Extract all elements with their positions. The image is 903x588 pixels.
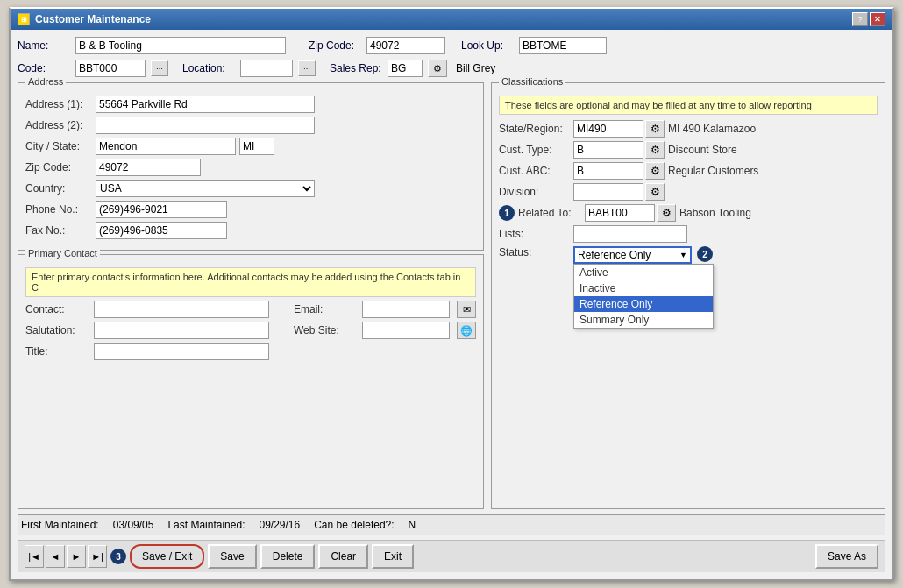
save-exit-container: 3 Save / Exit xyxy=(110,544,204,569)
cust-type-text: Discount Store xyxy=(668,144,737,156)
nav-first-button[interactable]: |◄ xyxy=(25,545,44,568)
cust-type-lookup-icon: ⚙ xyxy=(651,144,660,156)
state-region-row: State/Region: ⚙ MI 490 Kalamazoo xyxy=(499,120,878,138)
window-icon: ⊞ xyxy=(18,13,30,25)
addr2-input[interactable] xyxy=(96,117,315,134)
salutation-label: Salutation: xyxy=(25,324,87,337)
state-input[interactable] xyxy=(239,138,274,155)
save-label: Save xyxy=(220,550,244,563)
division-lookup-icon: ⚙ xyxy=(651,186,660,198)
customer-maintenance-window: ⊞ Customer Maintenance ? ✕ Name: Zip Cod… xyxy=(9,7,894,581)
title-row: Title: xyxy=(25,343,476,360)
nav-next-button[interactable]: ► xyxy=(67,545,86,568)
salutation-row: Salutation: Web Site: 🌐 xyxy=(25,322,476,339)
status-option-inactive[interactable]: Inactive xyxy=(574,280,713,296)
classif-group-title: Classifications xyxy=(499,76,565,87)
location-input[interactable] xyxy=(240,60,293,77)
right-panel: Classifications These fields are optiona… xyxy=(491,82,885,509)
status-option-reference[interactable]: Reference Only xyxy=(574,296,713,312)
fax-input[interactable] xyxy=(96,222,227,239)
country-select[interactable]: USA xyxy=(96,180,315,197)
cust-type-label: Cust. Type: xyxy=(499,144,573,156)
delete-label: Delete xyxy=(273,550,303,563)
save-as-button[interactable]: Save As xyxy=(815,544,878,569)
lookup-label: Look Up: xyxy=(461,39,514,52)
name-input[interactable] xyxy=(75,37,286,54)
title-input[interactable] xyxy=(94,343,269,360)
lists-input[interactable] xyxy=(573,225,687,243)
contact-info-row: Contact: Email: ✉ xyxy=(25,301,476,318)
left-panel: Address Address (1): Address (2): City /… xyxy=(18,82,484,509)
division-lookup-button[interactable]: ⚙ xyxy=(645,183,665,201)
save-button[interactable]: Save xyxy=(208,544,256,569)
salesrep-lookup-icon: ⚙ xyxy=(433,63,442,74)
main-content: Name: Zip Code: Look Up: Code: ⋯ Locatio… xyxy=(11,30,892,579)
website-button[interactable]: 🌐 xyxy=(457,322,476,339)
status-dropdown-arrow: ▼ xyxy=(679,251,687,259)
state-region-lookup-button[interactable]: ⚙ xyxy=(645,120,665,138)
zip-input[interactable] xyxy=(96,159,201,176)
zipcode-label: Zip Code: xyxy=(309,39,361,52)
status-select-display[interactable]: Reference Only ▼ xyxy=(573,246,692,264)
salesrep-lookup-button[interactable]: ⚙ xyxy=(428,60,447,77)
fax-row: Fax No.: xyxy=(25,222,476,239)
state-region-input[interactable] xyxy=(573,120,643,138)
salesrep-input[interactable] xyxy=(388,60,423,77)
contact-input[interactable] xyxy=(94,301,269,318)
clear-button[interactable]: Clear xyxy=(318,544,368,569)
cust-abc-lookup-button[interactable]: ⚙ xyxy=(645,162,665,180)
status-dropdown-container: Reference Only ▼ Active Inactive Referen… xyxy=(573,246,692,264)
status-option-summary[interactable]: Summary Only xyxy=(574,312,713,328)
close-button[interactable]: ✕ xyxy=(870,12,885,26)
related-to-input[interactable] xyxy=(585,204,655,222)
help-button[interactable]: ? xyxy=(852,12,868,26)
cust-abc-text: Regular Customers xyxy=(668,165,758,177)
salutation-input[interactable] xyxy=(94,322,269,339)
classif-note: These fields are optional and may be fil… xyxy=(499,96,878,115)
name-row: Name: Zip Code: Look Up: xyxy=(18,37,885,54)
addr1-label: Address (1): xyxy=(25,98,96,110)
cust-type-lookup-button[interactable]: ⚙ xyxy=(645,141,665,159)
related-to-lookup-icon: ⚙ xyxy=(662,207,672,219)
zipcode-input[interactable] xyxy=(366,37,445,54)
country-row: Country: USA xyxy=(25,180,476,197)
cust-type-input[interactable] xyxy=(573,141,643,159)
related-to-label: Related To: xyxy=(518,207,585,219)
cust-abc-label: Cust. ABC: xyxy=(499,165,573,177)
status-option-active[interactable]: Active xyxy=(574,265,713,280)
footer-info-bar: First Maintained: 03/09/05 Last Maintain… xyxy=(18,514,885,535)
code-lookup-button[interactable]: ⋯ xyxy=(151,60,168,76)
contact-note: Enter primary contact's information here… xyxy=(25,267,476,297)
exit-button[interactable]: Exit xyxy=(372,544,414,569)
status-dropdown-menu: Active Inactive Reference Only Summary O… xyxy=(573,264,714,329)
city-row: City / State: xyxy=(25,138,476,155)
cust-abc-input[interactable] xyxy=(573,162,643,180)
first-maintained-value: 03/09/05 xyxy=(113,519,154,531)
division-row: Division: ⚙ xyxy=(499,183,878,201)
division-input[interactable] xyxy=(573,183,643,201)
email-button[interactable]: ✉ xyxy=(457,301,476,318)
save-exit-button[interactable]: Save / Exit xyxy=(130,544,204,569)
phone-input[interactable] xyxy=(96,201,227,218)
main-area: Address Address (1): Address (2): City /… xyxy=(18,82,885,509)
code-input[interactable] xyxy=(75,60,146,77)
city-label: City / State: xyxy=(25,140,96,152)
delete-button[interactable]: Delete xyxy=(260,544,316,569)
related-to-lookup-button[interactable]: ⚙ xyxy=(657,204,676,222)
nav-prev-button[interactable]: ◄ xyxy=(46,545,65,568)
location-lookup-button[interactable]: ⋯ xyxy=(298,60,316,76)
last-maintained-label: Last Maintained: xyxy=(167,519,245,531)
salesrep-name: Bill Grey xyxy=(456,62,495,74)
status-label: Status: xyxy=(499,246,573,259)
state-region-text: MI 490 Kalamazoo xyxy=(668,123,756,135)
addr1-input[interactable] xyxy=(96,96,315,113)
code-row: Code: ⋯ Location: ⋯ Sales Rep: ⚙ Bill Gr… xyxy=(18,60,885,77)
primary-contact-group: Primary Contact Enter primary contact's … xyxy=(18,254,484,509)
last-maintained-value: 09/29/16 xyxy=(259,519,300,531)
email-input[interactable] xyxy=(362,301,450,318)
lookup-input[interactable] xyxy=(519,37,607,54)
city-input[interactable] xyxy=(96,138,236,155)
addr2-row: Address (2): xyxy=(25,117,476,134)
website-input[interactable] xyxy=(362,322,450,339)
nav-last-button[interactable]: ►| xyxy=(88,545,107,568)
